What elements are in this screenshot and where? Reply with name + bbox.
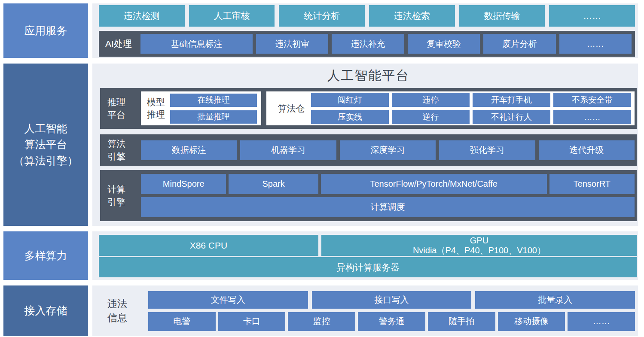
data-source-block: 随手拍 — [428, 312, 495, 331]
section-storage: 接入存储 违法 信息 文件写入 接口写入 批量录入 电警 卡口 监控 警务通 随… — [3, 285, 638, 336]
algorithm-warehouse-label: 算法仓 — [272, 103, 311, 115]
algorithm-engine-bar: 算法 引擎 数据标注 机器学习 深度学习 强化学习 迭代升级 — [100, 134, 637, 166]
gpu-block: GPU Nvidia（P4、P40、P100、V100） — [321, 235, 637, 256]
framework-block: TensorFlow/PyTorch/MxNet/Caffe — [321, 174, 547, 194]
section-label-computing-power: 多样算力 — [3, 231, 88, 280]
compute-engine-label: 计算 引擎 — [107, 183, 141, 208]
section-ai-platform: 人工智能 算法平台 （算法引擎） 人工智能平台 推理 平台 模型 推理 在线推理… — [3, 64, 638, 226]
engine-block: 强化学习 — [439, 140, 535, 160]
framework-block: Spark — [229, 174, 318, 194]
algorithm-block: 不系安全带 — [553, 93, 631, 107]
engine-block: 机器学习 — [240, 140, 336, 160]
app-services-button-row: 违法检测 人工审核 统计分析 违法检索 数据传输 …… — [99, 5, 635, 27]
data-source-block: 监控 — [288, 312, 355, 331]
app-service-block: 统计分析 — [279, 5, 365, 27]
inference-block: 在线推理 — [170, 94, 257, 107]
write-methods-row: 文件写入 接口写入 批量录入 — [148, 291, 635, 309]
violation-info-label: 违法 信息 — [107, 297, 148, 325]
compute-engine-buttons: MindSpore Spark TensorFlow/PyTorch/MxNet… — [141, 174, 635, 217]
inference-platform-bar: 推理 平台 模型 推理 在线推理 批量推理 算法仓 闯红灯 违停 开车打手机 不… — [100, 88, 637, 129]
app-service-block: 人工审核 — [189, 5, 275, 27]
ai-processing-label: AI处理 — [105, 38, 137, 50]
algorithm-warehouse-grid: 闯红灯 违停 开车打手机 不系安全带 压实线 逆行 不礼让行人 …… — [311, 93, 631, 124]
ai-processing-block: 复审校验 — [408, 34, 480, 54]
data-sources-row: 电警 卡口 监控 警务通 随手拍 移动摄像 …… — [148, 312, 635, 331]
data-source-block: 警务通 — [358, 312, 425, 331]
write-method-block: 文件写入 — [148, 291, 308, 309]
model-inference-box: 模型 推理 在线推理 批量推理 — [141, 91, 261, 125]
ai-platform-title: 人工智能平台 — [100, 64, 637, 88]
ai-processing-block: 基础信息标注 — [140, 34, 253, 54]
ai-processing-block: 违法补充 — [332, 34, 404, 54]
processor-row: X86 CPU GPU Nvidia（P4、P40、P100、V100） — [99, 235, 637, 256]
section-label-ai-platform: 人工智能 算法平台 （算法引擎） — [3, 64, 88, 226]
section-app-services: 应用服务 违法检测 人工审核 统计分析 违法检索 数据传输 …… AI处理 基础… — [3, 3, 638, 58]
app-service-block: 违法检测 — [99, 5, 185, 27]
algorithm-block-ellipsis: …… — [553, 110, 631, 124]
inference-platform-label: 推理 平台 — [107, 96, 141, 121]
engine-block: 深度学习 — [340, 140, 436, 160]
ai-platform-content: 人工智能平台 推理 平台 模型 推理 在线推理 批量推理 算法仓 闯红灯 违停 … — [92, 64, 638, 226]
computing-power-content: X86 CPU GPU Nvidia（P4、P40、P100、V100） 异构计… — [92, 231, 638, 280]
data-source-block: 电警 — [148, 312, 216, 331]
algorithm-warehouse-box: 算法仓 闯红灯 违停 开车打手机 不系安全带 压实线 逆行 不礼让行人 …… — [266, 91, 635, 125]
storage-content: 违法 信息 文件写入 接口写入 批量录入 电警 卡口 监控 警务通 随手拍 移动… — [92, 285, 638, 336]
algorithm-block: 不礼让行人 — [473, 110, 550, 124]
model-inference-label: 模型 推理 — [147, 96, 165, 121]
storage-rows: 文件写入 接口写入 批量录入 电警 卡口 监控 警务通 随手拍 移动摄像 …… — [148, 291, 635, 331]
algorithm-engine-buttons: 数据标注 机器学习 深度学习 强化学习 迭代升级 — [141, 140, 635, 160]
app-service-block: 违法检索 — [369, 5, 455, 27]
engine-block: 迭代升级 — [539, 140, 635, 160]
cpu-block: X86 CPU — [99, 235, 318, 256]
engine-block: 数据标注 — [141, 140, 237, 160]
ai-processing-bar: AI处理 基础信息标注 违法初审 违法补充 复审校验 废片分析 …… — [99, 31, 635, 57]
hetero-server-block: 异构计算服务器 — [99, 257, 637, 277]
ai-processing-block: 违法初审 — [256, 34, 328, 54]
ai-processing-block-ellipsis: …… — [559, 34, 632, 54]
section-computing-power: 多样算力 X86 CPU GPU Nvidia（P4、P40、P100、V100… — [3, 231, 638, 280]
section-label-app-services: 应用服务 — [3, 3, 88, 58]
algorithm-block: 闯红灯 — [311, 93, 389, 107]
framework-block: TensorRT — [549, 174, 635, 194]
app-service-block: 数据传输 — [459, 5, 545, 27]
algorithm-engine-label: 算法 引擎 — [107, 137, 141, 163]
data-source-block-ellipsis: …… — [568, 312, 635, 331]
app-services-content: 违法检测 人工审核 统计分析 违法检索 数据传输 …… AI处理 基础信息标注 … — [92, 3, 638, 58]
model-inference-buttons: 在线推理 批量推理 — [170, 94, 257, 124]
algorithm-block: 压实线 — [311, 110, 389, 124]
section-label-storage: 接入存储 — [3, 285, 88, 336]
compute-engine-bar: 计算 引擎 MindSpore Spark TensorFlow/PyTorch… — [100, 170, 637, 221]
write-method-block: 批量录入 — [475, 291, 635, 309]
ai-processing-block: 废片分析 — [483, 34, 555, 54]
compute-frameworks-row: MindSpore Spark TensorFlow/PyTorch/MxNet… — [141, 174, 635, 194]
inference-block: 批量推理 — [170, 110, 257, 124]
write-method-block: 接口写入 — [312, 291, 472, 309]
data-source-block: 卡口 — [218, 312, 286, 331]
compute-scheduler-block: 计算调度 — [141, 197, 635, 217]
algorithm-block: 逆行 — [392, 110, 470, 124]
data-source-block: 移动摄像 — [498, 312, 565, 331]
app-service-block-ellipsis: …… — [549, 5, 635, 27]
framework-block: MindSpore — [141, 174, 226, 194]
algorithm-block: 违停 — [392, 93, 470, 107]
algorithm-block: 开车打手机 — [473, 93, 550, 107]
architecture-diagram: 应用服务 违法检测 人工审核 统计分析 违法检索 数据传输 …… AI处理 基础… — [0, 0, 644, 337]
